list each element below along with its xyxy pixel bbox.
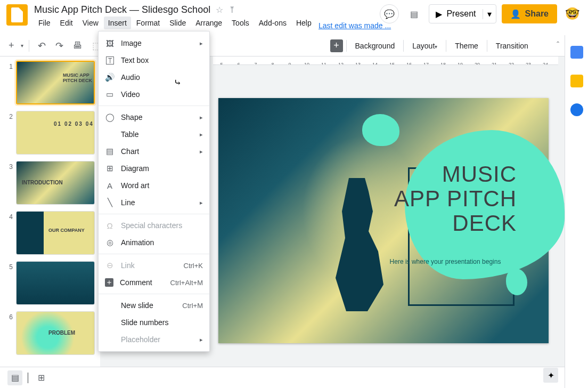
thumbnail[interactable]: PROBLEM [16, 311, 95, 355]
transition-button[interactable]: Transition [491, 39, 534, 52]
thumbnail-number: 6 [5, 313, 13, 321]
grid-view-button[interactable]: ⊞ [34, 370, 48, 385]
menu-item-text-box[interactable]: 🅃Text box [99, 52, 209, 69]
slide-subtitle[interactable]: Here is where your presentation begins [376, 258, 514, 265]
star-icon[interactable]: ☆ [216, 5, 223, 15]
menu-add-ons[interactable]: Add-ons [255, 17, 291, 29]
add-slide-button[interactable]: + [330, 39, 343, 52]
text-box-icon: 🅃 [105, 56, 115, 65]
thumbnail-row: 1MUSIC APP PITCH DECK [5, 61, 95, 104]
chart-icon: ▤ [105, 147, 115, 156]
comments-button[interactable]: ▤ [404, 4, 423, 23]
menu-item-video[interactable]: ▭Video [99, 86, 209, 103]
account-avatar[interactable]: 🤓 [562, 4, 582, 23]
status-bar: ▤ ⊞ [0, 367, 565, 388]
menu-item-special-characters: ΩSpecial characters [99, 217, 209, 234]
menu-item-shape[interactable]: ◯Shape▸ [99, 109, 209, 126]
present-button[interactable]: ▶Present ▾ [429, 4, 496, 23]
menu-item-table[interactable]: Table▸ [99, 126, 209, 143]
new-slide-dropdown[interactable]: ▾ [21, 43, 23, 48]
horizontal-ruler: 5678910111213141516171819202122232425 [213, 56, 558, 65]
link-icon: ⊖ [105, 261, 115, 270]
undo-button[interactable]: ↶ [35, 38, 49, 54]
layout-button[interactable]: Layout▾ [407, 39, 443, 52]
menu-item-chart[interactable]: ▤Chart▸ [99, 143, 209, 160]
word-art-icon: A [105, 181, 115, 190]
menu-edit[interactable]: Edit [56, 17, 77, 29]
collapse-toolbar-button[interactable]: ˆ [557, 41, 559, 49]
menu-item-image[interactable]: 🖼Image▸ [99, 35, 209, 52]
present-label: Present [446, 9, 476, 19]
present-dropdown[interactable]: ▾ [483, 9, 496, 19]
thumbnail[interactable] [16, 261, 95, 305]
menu-item-word-art[interactable]: AWord art [99, 177, 209, 194]
menu-file[interactable]: File [34, 17, 55, 29]
menu-insert[interactable]: Insert [104, 17, 131, 29]
image-icon: 🖼 [105, 39, 115, 48]
thumbnail-row: 5 [5, 261, 95, 305]
slide-title[interactable]: MUSIC APP PITCH DECK [378, 162, 517, 236]
menu-tools[interactable]: Tools [227, 17, 254, 29]
new-slide-button[interactable]: + [5, 38, 18, 53]
menu-item-label: Shape [121, 113, 142, 122]
tasks-icon[interactable] [570, 103, 583, 116]
menu-help[interactable]: Help [292, 17, 316, 29]
document-title[interactable]: Music App Pitch Deck — Slidesgo School [34, 4, 210, 15]
video-icon: ▭ [105, 90, 115, 99]
menu-item-audio[interactable]: 🔊Audio [99, 69, 209, 86]
menu-item-slide-numbers[interactable]: Slide numbers [99, 314, 209, 331]
thumbnail-label: PROBLEM [48, 330, 75, 336]
person-icon: 👤 [510, 9, 521, 19]
line-icon: ╲ [105, 198, 115, 207]
slide-canvas[interactable]: MUSIC APP PITCH DECK Here is where your … [218, 98, 549, 343]
background-button[interactable]: Background [350, 39, 401, 52]
menu-item-diagram[interactable]: ⊞Diagram [99, 160, 209, 177]
activity-button[interactable]: 💬 [380, 4, 399, 23]
menu-item-label: New slide [121, 301, 153, 310]
menu-item-label: Audio [121, 73, 140, 82]
menu-item-animation[interactable]: ◎Animation [99, 234, 209, 251]
menu-item-line[interactable]: ╲Line▸ [99, 194, 209, 211]
move-to-drive-icon[interactable]: ⤒ [228, 5, 235, 15]
insert-menu-dropdown: 🖼Image▸🅃Text box🔊Audio▭Video◯Shape▸Table… [98, 31, 210, 352]
last-edit-link[interactable]: Last edit was made ... [318, 21, 391, 30]
submenu-arrow-icon: ▸ [200, 148, 203, 155]
thumbnail[interactable]: 01 02 03 04 [16, 111, 95, 155]
animation-icon: ◎ [105, 238, 115, 247]
menu-item-label: Line [121, 198, 135, 207]
thumbnail[interactable]: OUR COMPANY [16, 211, 95, 255]
thumbnail-label: OUR COMPANY [48, 228, 85, 233]
menu-item-label: Slide numbers [121, 318, 169, 327]
thumbnail-number: 3 [5, 163, 13, 171]
filmstrip-view-button[interactable]: ▤ [7, 370, 22, 385]
menu-view[interactable]: View [78, 17, 103, 29]
menu-item-comment[interactable]: ＋CommentCtrl+Alt+M [99, 274, 209, 291]
slides-logo[interactable] [6, 4, 28, 26]
side-panel [565, 35, 588, 388]
menu-slide[interactable]: Slide [165, 17, 190, 29]
diagram-icon: ⊞ [105, 164, 115, 173]
shortcut-label: Ctrl+M [182, 302, 203, 310]
redo-button[interactable]: ↷ [52, 38, 67, 54]
play-icon: ▶ [436, 9, 442, 19]
menu-arrange[interactable]: Arrange [191, 17, 226, 29]
menu-format[interactable]: Format [132, 17, 164, 29]
menu-item-label: Video [121, 90, 140, 99]
share-button[interactable]: 👤Share [502, 4, 557, 23]
theme-button[interactable]: Theme [450, 39, 484, 52]
menu-item-label: Image [121, 39, 142, 47]
submenu-arrow-icon: ▸ [200, 336, 203, 343]
toolbar: + ▾ ↶ ↷ 🖶 ⬚ + Background Layout▾ Theme T… [0, 35, 565, 56]
menu-item-new-slide[interactable]: New slideCtrl+M [99, 297, 209, 314]
keep-icon[interactable] [570, 75, 583, 87]
thumbnail[interactable]: INTRODUCTION [16, 161, 95, 205]
menu-item-link: ⊖LinkCtrl+K [99, 257, 209, 274]
menu-item-label: Link [121, 261, 135, 270]
calendar-icon[interactable] [570, 46, 583, 59]
thumbnail[interactable]: MUSIC APP PITCH DECK [16, 61, 95, 104]
menu-item-label: Special characters [121, 221, 182, 230]
submenu-arrow-icon: ▸ [200, 199, 203, 206]
print-button[interactable]: 🖶 [70, 38, 86, 53]
shortcut-label: Ctrl+K [184, 262, 203, 270]
special-characters-icon: Ω [105, 221, 115, 230]
